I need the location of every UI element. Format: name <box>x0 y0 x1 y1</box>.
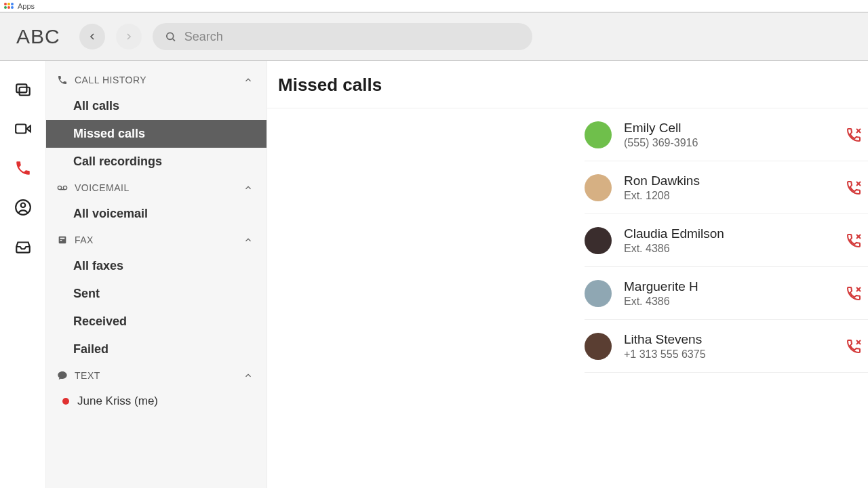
phone-icon <box>14 159 32 177</box>
search-icon <box>165 30 176 43</box>
sidebar-user-self[interactable]: June Kriss (me) <box>46 388 267 415</box>
svg-rect-11 <box>59 237 66 244</box>
search-input[interactable] <box>184 30 520 44</box>
call-detail: (555) 369-3916 <box>624 137 845 149</box>
call-info: Emily Cell (555) 369-3916 <box>624 120 845 149</box>
avatar <box>585 174 612 201</box>
person-circle-icon <box>14 199 32 216</box>
messages-icon <box>14 81 32 98</box>
video-icon <box>14 120 32 138</box>
chevron-up-icon <box>243 75 253 85</box>
apps-label: Apps <box>18 2 35 10</box>
sidebar-item-sent[interactable]: Sent <box>46 280 267 308</box>
svg-point-8 <box>58 186 61 189</box>
chat-bubble-icon <box>57 370 68 381</box>
missed-call-list: Emily Cell (555) 369-3916 Ron Dawkins Ex… <box>585 108 868 373</box>
avatar <box>585 333 612 360</box>
missed-call-icon[interactable] <box>845 338 863 355</box>
page-title: Missed calls <box>267 61 868 108</box>
os-appbar: Apps <box>0 0 868 12</box>
section-label: VOICEMAIL <box>75 182 130 193</box>
sidebar-item-failed[interactable]: Failed <box>46 336 267 363</box>
status-dot-busy <box>62 398 69 405</box>
call-detail: Ext. 4386 <box>624 296 845 308</box>
svg-rect-12 <box>60 238 65 239</box>
call-info: Claudia Edmilson Ext. 4386 <box>624 226 845 255</box>
call-row[interactable]: Marguerite H Ext. 4386 <box>585 267 868 320</box>
call-name: Litha Stevens <box>624 331 845 348</box>
fax-icon <box>57 235 68 245</box>
svg-rect-2 <box>16 84 26 92</box>
brand-title: ABC <box>16 25 60 48</box>
chevron-up-icon <box>243 371 253 380</box>
nav-rail <box>0 61 46 488</box>
section-call-history[interactable]: CALL HISTORY <box>46 68 267 92</box>
rail-inbox[interactable] <box>14 237 33 256</box>
section-voicemail[interactable]: VOICEMAIL <box>46 176 267 200</box>
header: ABC <box>0 12 868 61</box>
rail-phone[interactable] <box>14 159 33 178</box>
call-info: Litha Stevens +1 313 555 6375 <box>624 331 845 361</box>
call-row[interactable]: Emily Cell (555) 369-3916 <box>585 108 868 161</box>
chevron-up-icon <box>243 235 253 245</box>
call-info: Marguerite H Ext. 4386 <box>624 279 845 308</box>
chevron-right-icon <box>123 31 134 42</box>
search-field[interactable] <box>153 23 532 50</box>
call-row[interactable]: Ron Dawkins Ext. 1208 <box>585 161 868 214</box>
call-row[interactable]: Litha Stevens +1 313 555 6375 <box>585 320 868 373</box>
svg-point-9 <box>63 186 66 189</box>
phone-small-icon <box>57 75 68 85</box>
rail-video[interactable] <box>14 119 33 138</box>
content: Missed calls Emily Cell (555) 369-3916 R… <box>267 61 868 488</box>
call-detail: +1 313 555 6375 <box>624 348 845 361</box>
call-detail: Ext. 1208 <box>624 190 845 202</box>
call-row[interactable]: Claudia Edmilson Ext. 4386 <box>585 214 868 267</box>
missed-call-icon[interactable] <box>845 232 863 249</box>
section-label: TEXT <box>75 370 100 381</box>
svg-line-1 <box>172 39 174 41</box>
svg-point-0 <box>167 33 174 39</box>
call-name: Emily Cell <box>624 120 845 137</box>
voicemail-icon <box>57 182 68 193</box>
user-name: June Kriss (me) <box>77 394 158 408</box>
sidebar: CALL HISTORY All calls Missed calls Call… <box>46 61 267 488</box>
main-area: CALL HISTORY All calls Missed calls Call… <box>0 61 868 488</box>
call-detail: Ext. 4386 <box>624 243 845 255</box>
call-name: Marguerite H <box>624 279 845 296</box>
rail-contacts[interactable] <box>14 198 33 217</box>
call-name: Ron Dawkins <box>624 173 845 190</box>
section-label: FAX <box>75 235 94 245</box>
chevron-up-icon <box>243 183 253 192</box>
avatar <box>585 121 612 148</box>
chevron-left-icon <box>87 31 98 42</box>
section-fax[interactable]: FAX <box>46 228 267 252</box>
avatar <box>585 280 612 307</box>
sidebar-item-all-voicemail[interactable]: All voicemail <box>46 200 267 228</box>
sidebar-item-received[interactable]: Received <box>46 308 267 336</box>
apps-grid-icon <box>4 3 14 9</box>
rail-messages[interactable] <box>14 80 33 99</box>
section-text[interactable]: TEXT <box>46 363 267 388</box>
nav-forward-button[interactable] <box>116 24 142 49</box>
missed-call-icon[interactable] <box>845 179 863 197</box>
section-label: CALL HISTORY <box>75 75 146 85</box>
svg-rect-13 <box>60 240 62 241</box>
missed-call-icon[interactable] <box>845 126 863 144</box>
sidebar-item-call-recordings[interactable]: Call recordings <box>46 148 267 176</box>
call-info: Ron Dawkins Ext. 1208 <box>624 173 845 202</box>
sidebar-item-all-faxes[interactable]: All faxes <box>46 252 267 280</box>
call-name: Claudia Edmilson <box>624 226 845 243</box>
inbox-icon <box>14 238 32 256</box>
sidebar-item-missed-calls[interactable]: Missed calls <box>46 120 267 148</box>
svg-rect-3 <box>19 87 29 96</box>
avatar <box>585 227 612 254</box>
sidebar-item-all-calls[interactable]: All calls <box>46 92 267 120</box>
nav-back-button[interactable] <box>79 24 105 49</box>
missed-call-icon[interactable] <box>845 285 863 302</box>
svg-rect-4 <box>16 125 26 134</box>
svg-marker-5 <box>26 126 30 132</box>
svg-point-7 <box>20 203 25 208</box>
